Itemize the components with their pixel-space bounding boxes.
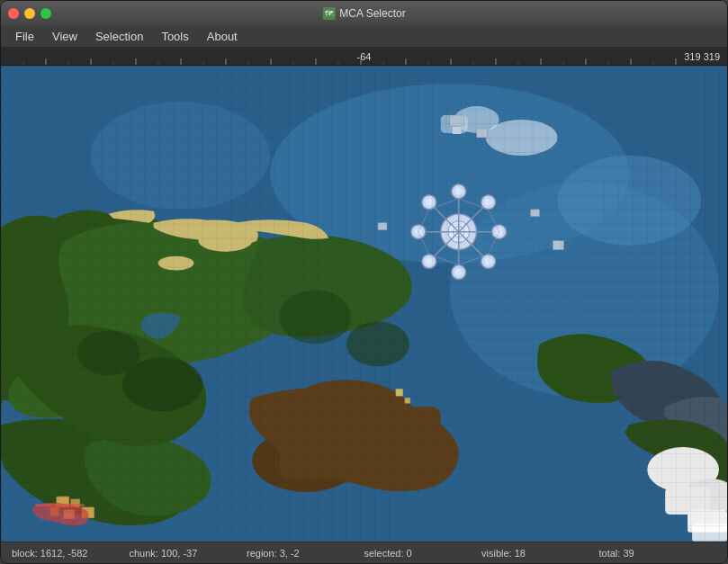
menu-about[interactable]: About (200, 28, 245, 45)
minimize-button[interactable] (24, 8, 35, 19)
close-button[interactable] (8, 8, 19, 19)
menu-file[interactable]: File (8, 28, 41, 45)
map-svg (1, 66, 727, 542)
visible-count: visible: 18 (481, 548, 599, 559)
title-bar: 🗺 MCA Selector (1, 1, 727, 26)
svg-rect-101 (1, 66, 727, 542)
block-coords: block: 1612, -582 (12, 548, 130, 559)
maximize-button[interactable] (40, 8, 51, 19)
ruler: -64 (1, 48, 727, 65)
selected-count: selected: 0 (364, 548, 482, 559)
window-controls (8, 8, 51, 19)
menu-selection[interactable]: Selection (88, 28, 150, 45)
menu-bar: File View Selection Tools About (1, 26, 727, 48)
main-window: 🗺 MCA Selector File View Selection Tools… (0, 0, 728, 564)
right-coords: 319 319 (684, 51, 720, 62)
map-area[interactable] (1, 66, 727, 542)
coord-bar: -64 319 319 (1, 48, 727, 66)
status-bar: block: 1612, -582 chunk: 100, -37 region… (1, 542, 727, 563)
center-coord: -64 (357, 51, 372, 62)
menu-view[interactable]: View (45, 28, 85, 45)
total-count: total: 39 (599, 548, 717, 559)
region-coords: region: 3, -2 (247, 548, 364, 559)
window-title: 🗺 MCA Selector (322, 7, 405, 20)
chunk-coords: chunk: 100, -37 (130, 548, 247, 559)
app-icon: 🗺 (322, 7, 335, 20)
menu-tools[interactable]: Tools (154, 28, 195, 45)
